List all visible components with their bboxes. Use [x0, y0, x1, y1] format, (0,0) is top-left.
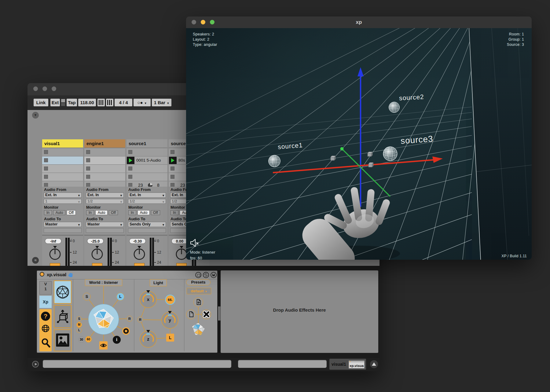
light-y-knob[interactable]: y	[161, 310, 178, 330]
monitor-auto-button[interactable]: Auto	[95, 210, 108, 215]
track-header[interactable]: visual1	[42, 139, 83, 148]
fps-30-button[interactable]: 30	[78, 336, 85, 343]
pan-knob[interactable]	[48, 246, 62, 262]
clip-slot-selected[interactable]	[84, 156, 125, 164]
monitor-in-button[interactable]: In	[170, 210, 178, 215]
monitor-off-button[interactable]: Off	[109, 210, 118, 215]
volume-value[interactable]: -0.30	[129, 238, 146, 244]
minimize-icon[interactable]	[42, 86, 47, 91]
clip-slot[interactable]	[84, 165, 125, 173]
selected-track-label[interactable]: visual1	[332, 361, 346, 367]
xp-tab-button[interactable]: Xp	[39, 296, 52, 308]
clip-play-button[interactable]	[127, 157, 134, 164]
size-l-button[interactable]: L	[76, 328, 82, 333]
save-icon[interactable]	[211, 272, 217, 278]
input-channel-chooser[interactable]: 1/2▼	[86, 199, 124, 204]
delete-preset-button[interactable]	[201, 310, 211, 319]
ext-button[interactable]: Ext	[50, 99, 60, 106]
empty-chooser[interactable]	[128, 228, 166, 233]
cube-marker[interactable]	[331, 156, 336, 160]
light-node-r[interactable]: R	[137, 317, 143, 323]
status-field-left[interactable]	[43, 360, 231, 368]
tempo-field[interactable]: 118.00	[78, 99, 96, 106]
clip-slot-selected[interactable]	[42, 156, 83, 164]
light-value-dial[interactable]: 66.	[165, 295, 175, 305]
metronome-bars-right-icon[interactable]	[106, 99, 113, 106]
metronome-toggle[interactable]: ○● ▼	[134, 99, 151, 106]
monitor-auto-button[interactable]: Auto	[138, 210, 150, 215]
image-view-button[interactable]	[54, 329, 72, 351]
version-button[interactable]: V 1	[39, 281, 52, 295]
device-drop-zone[interactable]: Drop Audio Effects Here	[221, 270, 378, 353]
monitor-in-button[interactable]: In	[44, 210, 52, 215]
sync-button[interactable]	[203, 272, 209, 278]
input-type-chooser[interactable]: Ext. In▼	[128, 192, 166, 198]
map-mode-button[interactable]	[195, 272, 201, 278]
metronome-bars-left-icon[interactable]	[97, 99, 105, 106]
clip-slot[interactable]	[42, 165, 83, 173]
cube-marker[interactable]	[369, 163, 373, 167]
axes-view-button[interactable]	[54, 305, 72, 328]
track-header[interactable]: engine1	[84, 139, 125, 148]
crossfade-icon[interactable]: ≈	[32, 257, 39, 264]
save-preset-button[interactable]	[193, 297, 203, 307]
preset-dropdown[interactable]: default ▼	[187, 288, 211, 294]
input-type-chooser[interactable]: Ext. In▼	[86, 192, 124, 198]
device-activator-led[interactable]	[40, 272, 44, 277]
size-m-button[interactable]: M	[76, 322, 82, 328]
info-button[interactable]: i	[113, 336, 121, 344]
collapse-arrow-icon[interactable]: ▼	[32, 112, 39, 119]
speaker-muted-icon[interactable]	[190, 238, 200, 247]
status-field-right[interactable]	[238, 360, 327, 368]
tempo-follower-toggle[interactable]	[61, 99, 65, 106]
time-signature-field[interactable]: 4 / 4	[115, 99, 132, 106]
input-type-chooser[interactable]: Ext. In▼	[44, 192, 82, 198]
close-icon[interactable]	[33, 86, 38, 91]
search-icon[interactable]	[41, 337, 51, 348]
eye-button[interactable]	[99, 341, 108, 350]
light-l-button[interactable]: L	[166, 334, 174, 342]
light-x-knob[interactable]: x	[140, 290, 157, 309]
input-channel-chooser[interactable]: 1/2▼	[128, 199, 166, 204]
light-z-knob[interactable]: z	[140, 329, 157, 349]
quantization-menu[interactable]: 1 Bar ▼	[152, 99, 171, 106]
size-s-button[interactable]: S	[76, 316, 82, 322]
monitor-off-button[interactable]: Off	[151, 210, 160, 215]
empty-chooser[interactable]	[86, 228, 124, 233]
clip-slot[interactable]	[127, 173, 167, 181]
clip-play-button[interactable]	[169, 157, 177, 164]
world-sphere-button[interactable]	[88, 304, 119, 335]
volume-value[interactable]: 0.00	[171, 238, 188, 244]
xp-3d-viewport[interactable]: Speakers: 2 Layout: 2 Type: angular Room…	[186, 28, 532, 260]
volume-value[interactable]: -Inf	[45, 238, 61, 244]
zoom-icon[interactable]	[52, 86, 56, 91]
world-node-r[interactable]: R	[127, 316, 133, 322]
monitor-in-button[interactable]: In	[128, 210, 136, 215]
clip-slot[interactable]	[127, 148, 167, 156]
globe-icon[interactable]	[41, 324, 50, 333]
show-hide-devices-button[interactable]	[370, 360, 378, 368]
device-tab-chip[interactable]: xp.visua	[349, 361, 365, 368]
close-icon[interactable]	[192, 20, 196, 24]
record-ring-button[interactable]	[122, 327, 130, 335]
output-chooser[interactable]: Sends Only▼	[128, 222, 166, 227]
clip-playing[interactable]: 0001 5-Audio	[127, 156, 167, 164]
cube-marker[interactable]	[368, 152, 372, 156]
sphere-view-button[interactable]	[54, 280, 72, 304]
clip-slot[interactable]	[127, 165, 167, 173]
link-button[interactable]: Link	[34, 99, 48, 106]
world-mode-label[interactable]: World : listener	[85, 279, 122, 286]
new-preset-button[interactable]	[186, 310, 196, 319]
input-channel-chooser[interactable]: 1▼	[44, 199, 82, 204]
device-title[interactable]: xp.visual	[47, 272, 66, 278]
empty-chooser[interactable]	[44, 228, 82, 233]
world-node-l-blue[interactable]: L	[116, 293, 124, 301]
pan-knob[interactable]	[132, 246, 147, 262]
clip-slot[interactable]	[84, 173, 125, 181]
zoom-icon[interactable]	[210, 20, 215, 24]
output-chooser[interactable]: Master▼	[86, 222, 124, 227]
clip-slot[interactable]	[84, 148, 125, 156]
monitor-off-button[interactable]: Off	[67, 210, 76, 215]
help-icon[interactable]: ?	[41, 312, 50, 321]
monitor-in-button[interactable]: In	[86, 210, 94, 215]
